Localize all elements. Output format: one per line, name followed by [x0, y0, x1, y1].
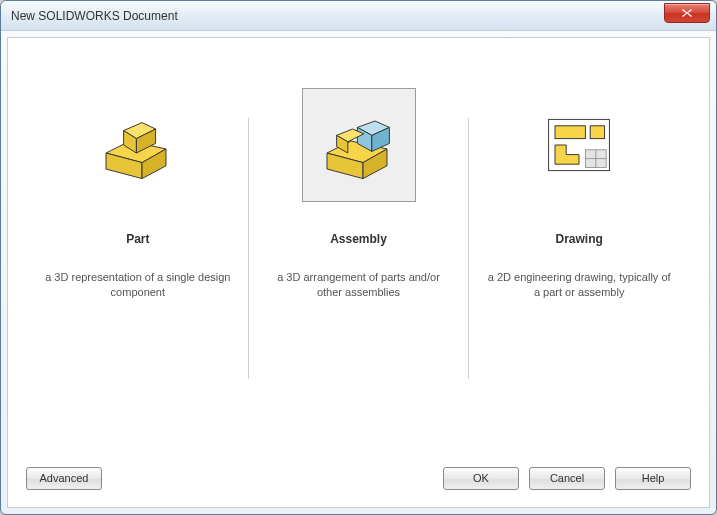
drawing-icon: [539, 105, 619, 185]
drawing-icon-box: [522, 88, 636, 202]
assembly-icon-box: [302, 88, 416, 202]
svg-rect-16: [590, 126, 604, 139]
option-assembly[interactable]: Assembly a 3D arrangement of parts and/o…: [249, 88, 469, 439]
option-assembly-title: Assembly: [330, 232, 387, 246]
option-drawing-title: Drawing: [556, 232, 603, 246]
button-bar: Advanced OK Cancel Help: [8, 459, 709, 507]
option-part-description: a 3D representation of a single design c…: [43, 270, 233, 301]
part-icon: [98, 105, 178, 185]
close-icon: [681, 8, 693, 18]
dialog-content: Part a 3D representation of a single des…: [7, 37, 710, 508]
cancel-button[interactable]: Cancel: [529, 467, 605, 490]
advanced-button[interactable]: Advanced: [26, 467, 102, 490]
part-icon-box: [81, 88, 195, 202]
dialog-window: New SOLIDWORKS Document: [0, 0, 717, 515]
option-part-title: Part: [126, 232, 149, 246]
assembly-icon: [319, 105, 399, 185]
option-part[interactable]: Part a 3D representation of a single des…: [28, 88, 248, 439]
close-button[interactable]: [664, 3, 710, 23]
titlebar: New SOLIDWORKS Document: [1, 1, 716, 31]
window-title: New SOLIDWORKS Document: [11, 9, 178, 23]
option-assembly-description: a 3D arrangement of parts and/or other a…: [264, 270, 454, 301]
template-options: Part a 3D representation of a single des…: [8, 38, 709, 459]
help-button[interactable]: Help: [615, 467, 691, 490]
option-drawing[interactable]: Drawing a 2D engineering drawing, typica…: [469, 88, 689, 439]
option-drawing-description: a 2D engineering drawing, typically of a…: [484, 270, 674, 301]
svg-rect-15: [555, 126, 585, 139]
ok-button[interactable]: OK: [443, 467, 519, 490]
